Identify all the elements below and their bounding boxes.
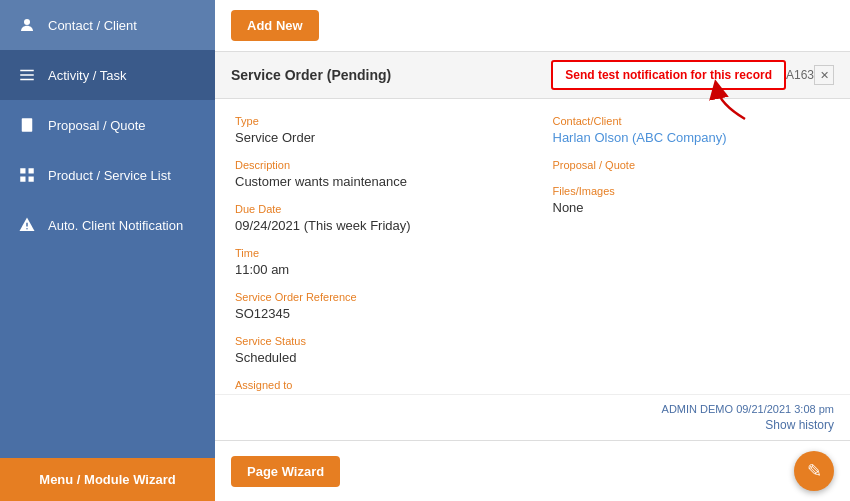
sidebar-item-activity-task[interactable]: Activity / Task (0, 50, 215, 100)
record-header: Service Order (Pending) Send test notifi… (215, 52, 850, 99)
time-value: 11:00 am (235, 262, 513, 277)
contact-client-value[interactable]: Harlan Olson (ABC Company) (553, 130, 831, 145)
svg-rect-9 (29, 168, 34, 173)
service-status-label: Service Status (235, 335, 513, 347)
grid-icon (16, 164, 38, 186)
sidebar-item-label-product-service: Product / Service List (48, 168, 171, 183)
description-field: Description Customer wants maintenance (235, 159, 513, 189)
record-content: Type Service Order Description Customer … (215, 99, 850, 394)
list-icon (16, 64, 38, 86)
svg-rect-1 (20, 70, 34, 72)
svg-rect-2 (20, 74, 34, 76)
sidebar-item-label-auto-notification: Auto. Client Notification (48, 218, 183, 233)
svg-rect-10 (20, 177, 25, 182)
add-new-button[interactable]: Add New (231, 10, 319, 41)
due-date-label: Due Date (235, 203, 513, 215)
type-value: Service Order (235, 130, 513, 145)
assigned-to-field: Assigned to John Kemp - Technician (235, 379, 513, 394)
bottom-bar: Page Wizard ✎ (215, 440, 850, 501)
show-history-link[interactable]: Show history (765, 418, 834, 432)
close-button[interactable]: ✕ (814, 65, 834, 85)
sidebar-item-label-proposal-quote: Proposal / Quote (48, 118, 146, 133)
service-status-field: Service Status Scheduled (235, 335, 513, 365)
type-label: Type (235, 115, 513, 127)
service-order-ref-field: Service Order Reference SO12345 (235, 291, 513, 321)
time-label: Time (235, 247, 513, 259)
contact-client-label: Contact/Client (553, 115, 831, 127)
menu-module-wizard-button[interactable]: Menu / Module Wizard (0, 458, 215, 501)
sidebar-item-proposal-quote[interactable]: Proposal / Quote (0, 100, 215, 150)
files-images-value: None (553, 200, 831, 215)
svg-rect-8 (20, 168, 25, 173)
due-date-value: 09/24/2021 (This week Friday) (235, 218, 513, 233)
files-images-label: Files/Images (553, 185, 831, 197)
sidebar-item-auto-notification[interactable]: Auto. Client Notification (0, 200, 215, 250)
edit-icon: ✎ (807, 460, 822, 482)
contact-client-field: Contact/Client Harlan Olson (ABC Company… (553, 115, 831, 145)
proposal-quote-field: Proposal / Quote (553, 159, 831, 171)
user-info: ADMIN DEMO 09/21/2021 3:08 pm (231, 403, 834, 415)
svg-point-0 (24, 19, 30, 25)
sidebar: Contact / Client Activity / Task Proposa… (0, 0, 215, 501)
right-column: Contact/Client Harlan Olson (ABC Company… (553, 115, 831, 394)
left-column: Type Service Order Description Customer … (235, 115, 513, 394)
proposal-quote-label: Proposal / Quote (553, 159, 831, 171)
sidebar-item-label-contact-client: Contact / Client (48, 18, 137, 33)
service-order-ref-label: Service Order Reference (235, 291, 513, 303)
doc-icon (16, 114, 38, 136)
svg-rect-3 (20, 79, 34, 81)
service-status-value: Scheduled (235, 350, 513, 365)
page-wizard-button[interactable]: Page Wizard (231, 456, 340, 487)
description-value: Customer wants maintenance (235, 174, 513, 189)
description-label: Description (235, 159, 513, 171)
time-field: Time 11:00 am (235, 247, 513, 277)
record-id: A163 (786, 68, 814, 82)
assigned-to-label: Assigned to (235, 379, 513, 391)
record-footer: ADMIN DEMO 09/21/2021 3:08 pm Show histo… (215, 394, 850, 440)
sidebar-item-product-service[interactable]: Product / Service List (0, 150, 215, 200)
person-icon (16, 14, 38, 36)
record-title: Service Order (Pending) (231, 67, 551, 83)
arrow-annotation (715, 84, 765, 124)
toolbar: Add New (215, 0, 850, 52)
sidebar-item-contact-client[interactable]: Contact / Client (0, 0, 215, 50)
svg-point-13 (26, 228, 28, 230)
svg-rect-11 (29, 177, 34, 182)
due-date-field: Due Date 09/24/2021 (This week Friday) (235, 203, 513, 233)
warning-icon (16, 214, 38, 236)
edit-fab-button[interactable]: ✎ (794, 451, 834, 491)
menu-module-wizard-label: Menu / Module Wizard (39, 472, 175, 487)
service-order-ref-value: SO12345 (235, 306, 513, 321)
type-field: Type Service Order (235, 115, 513, 145)
files-images-field: Files/Images None (553, 185, 831, 215)
sidebar-item-label-activity-task: Activity / Task (48, 68, 127, 83)
main-content: Add New Service Order (Pending) Send tes… (215, 0, 850, 501)
